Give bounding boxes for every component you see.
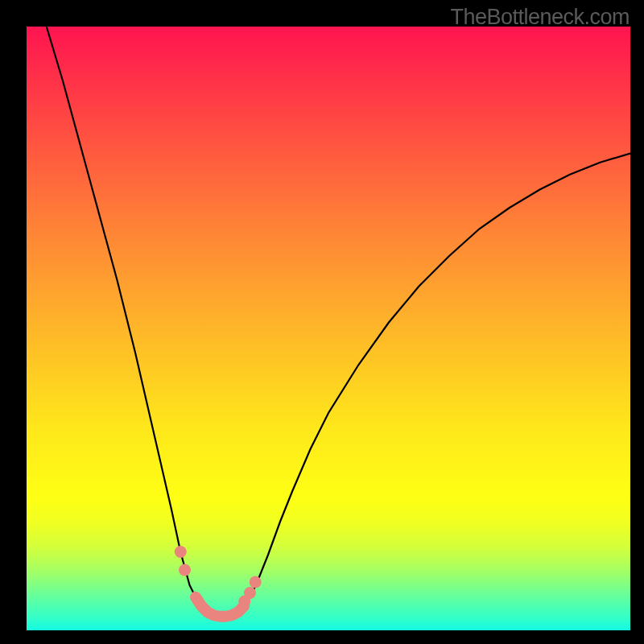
- chart-frame: TheBottleneck.com: [0, 0, 644, 644]
- watermark-text: TheBottleneck.com: [450, 5, 630, 30]
- plot-gradient-background: [27, 27, 630, 630]
